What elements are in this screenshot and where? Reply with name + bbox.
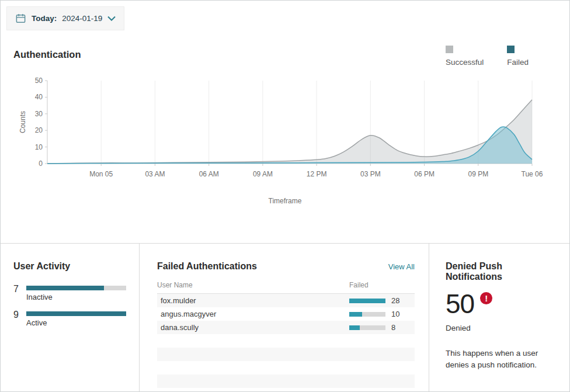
svg-text:03 AM: 03 AM [145,170,165,178]
failed-auth-title: Failed Authentications [157,261,257,272]
svg-text:Counts: Counts [19,111,27,133]
denied-count: 50 [446,290,474,317]
user-activity-row: 7 Inactive [13,286,126,302]
failed-auth-count: 10 [391,310,399,318]
svg-text:40: 40 [35,93,43,101]
svg-text:0: 0 [39,159,43,168]
svg-text:Mon 05: Mon 05 [89,170,113,178]
chart-legend: Successful Failed [446,46,529,67]
failed-auth-bar-fill [349,312,362,317]
svg-text:03 PM: 03 PM [360,170,381,178]
legend-swatch-failed [507,46,515,53]
failed-auth-row[interactable]: angus.macgyver 10 [157,307,415,321]
failed-auth-user: dana.scully [161,323,349,332]
legend-label-failed: Failed [507,58,529,67]
calendar-icon [15,13,26,24]
date-picker-value: 2024-01-19 [62,14,102,23]
svg-text:09 PM: 09 PM [468,170,488,178]
failed-auth-count: 28 [391,296,399,305]
authentication-title: Authentication [13,49,81,60]
user-activity-label: Active [26,318,47,327]
dashboard: Today: 2024-01-19 Authentication Success… [1,1,569,392]
column-failed: Failed [349,281,415,289]
svg-text:09 AM: 09 AM [253,170,273,178]
user-activity-bar-fill [26,286,104,290]
denied-push-panel: Denied Push Notifications 50 ! Denied Th… [429,244,569,392]
failed-auth-empty-row [157,334,415,348]
failed-auth-user: fox.mulder [161,296,349,305]
failed-auth-row[interactable]: fox.mulder 28 [157,294,415,307]
failed-auth-header: Failed Authentications View All [157,261,415,272]
column-user-name: User Name [157,281,349,289]
svg-text:30: 30 [35,110,43,118]
failed-auth-bar [349,325,385,330]
failed-auth-bar [349,299,385,303]
failed-auth-empty-row [157,361,415,374]
auth-chart-svg: 01020304050Mon 0503 AM06 AM09 AM12 PM03 … [1,76,570,184]
failed-auth-table-header: User Name Failed [157,281,415,294]
svg-text:50: 50 [35,77,43,85]
failed-auth-row[interactable]: dana.scully 8 [157,321,415,334]
date-picker[interactable]: Today: 2024-01-19 [6,6,124,30]
user-activity-count: 7 [13,285,20,294]
chart-xaxis-title: Timeframe [1,197,569,205]
user-activity-bar [26,311,126,316]
user-activity-rows: 7 Inactive 9 Active [13,286,126,328]
svg-text:10: 10 [35,143,43,151]
failed-auth-count: 8 [391,323,395,332]
user-activity-bar-fill [26,311,126,316]
denied-count-row: 50 ! [446,290,558,317]
legend-item-successful[interactable]: Successful [446,46,484,67]
svg-text:Tue 06: Tue 06 [522,170,543,178]
alert-icon: ! [480,292,492,304]
denied-description: This happens when a user denies a push n… [446,348,558,370]
user-activity-bar [26,286,126,290]
legend-swatch-successful [446,46,453,53]
date-picker-label: Today: [32,14,57,23]
denied-push-title: Denied Push Notifications [446,261,558,282]
user-activity-row: 9 Active [13,311,126,328]
failed-auth-rows: fox.mulder 28 angus.macgyver 10 dana.scu… [157,294,415,388]
user-activity-title: User Activity [13,261,126,272]
user-activity-panel: User Activity 7 Inactive 9 Active [1,244,139,392]
legend-item-failed[interactable]: Failed [507,46,529,67]
legend-label-successful: Successful [446,58,484,67]
user-activity-count: 9 [13,310,20,320]
failed-auth-panel: Failed Authentications View All User Nam… [139,244,429,392]
svg-text:06 AM: 06 AM [199,170,219,178]
authentication-header: Authentication Successful Failed [13,46,555,67]
svg-text:12 PM: 12 PM [307,170,327,178]
failed-auth-empty-row [157,348,415,361]
failed-auth-empty-row [157,374,415,388]
bottom-panels: User Activity 7 Inactive 9 Active [1,243,569,392]
auth-chart: 01020304050Mon 0503 AM06 AM09 AM12 PM03 … [1,76,569,186]
svg-text:06 PM: 06 PM [414,170,435,178]
view-all-link[interactable]: View All [388,262,415,271]
failed-auth-bar-fill [349,299,385,303]
svg-text:20: 20 [35,126,43,134]
denied-label: Denied [446,324,558,332]
chevron-down-icon [107,16,116,21]
failed-auth-bar-fill [349,325,360,330]
user-activity-label: Inactive [26,293,53,301]
failed-auth-user: angus.macgyver [161,310,349,318]
failed-auth-bar [349,312,385,317]
